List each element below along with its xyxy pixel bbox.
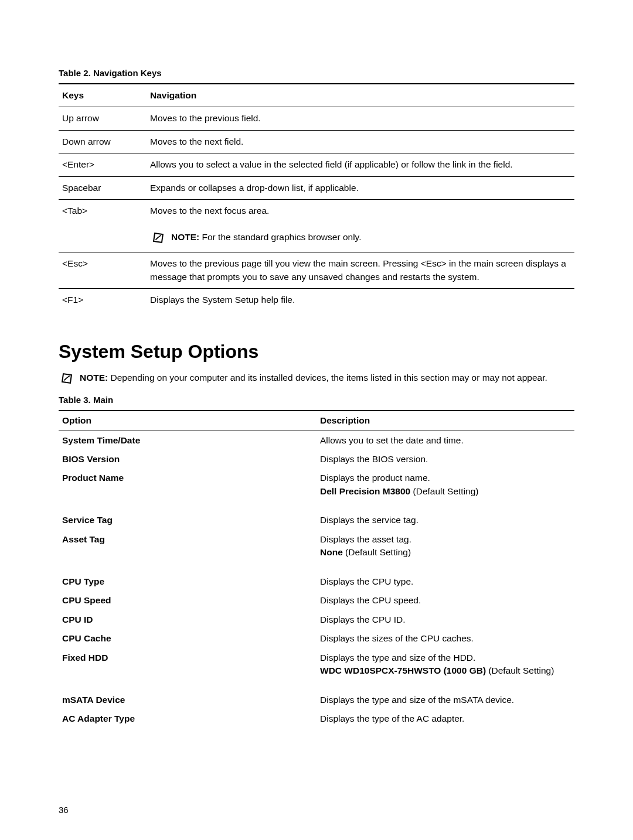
note-icon	[61, 373, 73, 388]
desc-cell: Displays the service tag.	[316, 501, 574, 530]
page-number: 36	[59, 804, 69, 817]
option-cell: System Time/Date	[59, 431, 316, 450]
main-table: Option Description System Time/Date Allo…	[59, 410, 574, 729]
desc-bold: None	[320, 547, 343, 557]
table-row: Spacebar Expands or collapses a drop-dow…	[59, 176, 574, 199]
col-keys: Keys	[59, 84, 147, 107]
desc-cell: Moves to the previous page till you view…	[147, 252, 574, 289]
table-row: mSATA Device Displays the type and size …	[59, 681, 574, 709]
desc-cell: Displays the asset tag. None (Default Se…	[316, 530, 574, 562]
option-cell: Fixed HDD	[59, 648, 316, 681]
table-row: CPU ID Displays the CPU ID.	[59, 610, 574, 629]
table-row: Asset Tag Displays the asset tag. None (…	[59, 530, 574, 562]
navigation-keys-table: Keys Navigation Up arrow Moves to the pr…	[59, 83, 574, 312]
desc-cell: Expands or collapses a drop-down list, i…	[147, 176, 574, 199]
note-label: NOTE:	[80, 373, 108, 383]
desc-suffix: (Default Setting)	[486, 665, 554, 675]
note-body: Depending on your computer and its insta…	[111, 373, 547, 383]
table-row: <F1> Displays the System Setup help file…	[59, 288, 574, 311]
desc-cell: Displays the type and size of the HDD. W…	[316, 648, 574, 681]
note-text: NOTE: Depending on your computer and its…	[80, 371, 574, 384]
desc-cell: Displays the CPU speed.	[316, 591, 574, 610]
note-body: For the standard graphics browser only.	[202, 232, 362, 242]
desc-suffix: (Default Setting)	[410, 486, 478, 496]
key-cell: <Esc>	[59, 252, 147, 289]
desc-cell: Allows you to select a value in the sele…	[147, 153, 574, 176]
key-cell: Spacebar	[59, 176, 147, 199]
table-row: NOTE: For the standard graphics browser …	[59, 223, 574, 252]
desc-bold: Dell Precision M3800	[320, 486, 410, 496]
table-row: <Tab> Moves to the next focus area.	[59, 200, 574, 223]
note-text: NOTE: For the standard graphics browser …	[171, 231, 571, 244]
table3-caption: Table 3. Main	[59, 394, 574, 407]
table-row: Product Name Displays the product name. …	[59, 469, 574, 501]
option-cell: CPU ID	[59, 610, 316, 629]
table-row: BIOS Version Displays the BIOS version.	[59, 450, 574, 469]
note-label: NOTE:	[171, 232, 199, 242]
col-option: Option	[59, 411, 316, 431]
table-row: CPU Cache Displays the sizes of the CPU …	[59, 629, 574, 648]
desc-cell: Displays the product name. Dell Precisio…	[316, 469, 574, 501]
key-cell: <Tab>	[59, 200, 147, 223]
table-row: <Esc> Moves to the previous page till yo…	[59, 252, 574, 289]
desc-line: Displays the asset tag.	[320, 534, 411, 544]
desc-cell: Displays the sizes of the CPU caches.	[316, 629, 574, 648]
option-cell: BIOS Version	[59, 450, 316, 469]
option-cell: mSATA Device	[59, 681, 316, 709]
key-cell: Down arrow	[59, 130, 147, 153]
desc-line: Displays the type and size of the HDD.	[320, 653, 475, 663]
key-cell: Up arrow	[59, 107, 147, 130]
desc-cell: Displays the type of the AC adapter.	[316, 709, 574, 728]
desc-cell: Displays the CPU type.	[316, 562, 574, 591]
option-cell: CPU Type	[59, 562, 316, 591]
table-row: Down arrow Moves to the next field.	[59, 130, 574, 153]
desc-cell: Moves to the next focus area.	[147, 200, 574, 223]
option-cell: Product Name	[59, 469, 316, 501]
desc-cell: Allows you to set the date and time.	[316, 431, 574, 450]
desc-cell: Displays the System Setup help file.	[147, 288, 574, 311]
table-row: System Time/Date Allows you to set the d…	[59, 431, 574, 450]
option-cell: CPU Speed	[59, 591, 316, 610]
desc-cell: Moves to the next field.	[147, 130, 574, 153]
desc-cell: Displays the type and size of the mSATA …	[316, 681, 574, 709]
col-navigation: Navigation	[147, 84, 574, 107]
desc-cell: Moves to the previous field.	[147, 107, 574, 130]
option-cell: AC Adapter Type	[59, 709, 316, 728]
table-row: CPU Speed Displays the CPU speed.	[59, 591, 574, 610]
desc-cell: Displays the CPU ID.	[316, 610, 574, 629]
table-row: Service Tag Displays the service tag.	[59, 501, 574, 530]
table-row: <Enter> Allows you to select a value in …	[59, 153, 574, 176]
table-row: Up arrow Moves to the previous field.	[59, 107, 574, 130]
option-cell: CPU Cache	[59, 629, 316, 648]
option-cell: Asset Tag	[59, 530, 316, 562]
option-cell: Service Tag	[59, 501, 316, 530]
system-setup-options-heading: System Setup Options	[59, 338, 574, 365]
key-cell: <F1>	[59, 288, 147, 311]
key-cell	[59, 223, 147, 252]
table2-caption: Table 2. Navigation Keys	[59, 67, 574, 80]
note-icon	[152, 232, 164, 247]
table-row: Fixed HDD Displays the type and size of …	[59, 648, 574, 681]
desc-suffix: (Default Setting)	[343, 547, 411, 557]
key-cell: <Enter>	[59, 153, 147, 176]
col-description: Description	[316, 411, 574, 431]
table-row: AC Adapter Type Displays the type of the…	[59, 709, 574, 728]
desc-cell: Displays the BIOS version.	[316, 450, 574, 469]
table-row: CPU Type Displays the CPU type.	[59, 562, 574, 591]
desc-cell: NOTE: For the standard graphics browser …	[147, 223, 574, 252]
desc-bold: WDC WD10SPCX-75HWSTO (1000 GB)	[320, 665, 486, 675]
desc-line: Displays the product name.	[320, 473, 430, 483]
